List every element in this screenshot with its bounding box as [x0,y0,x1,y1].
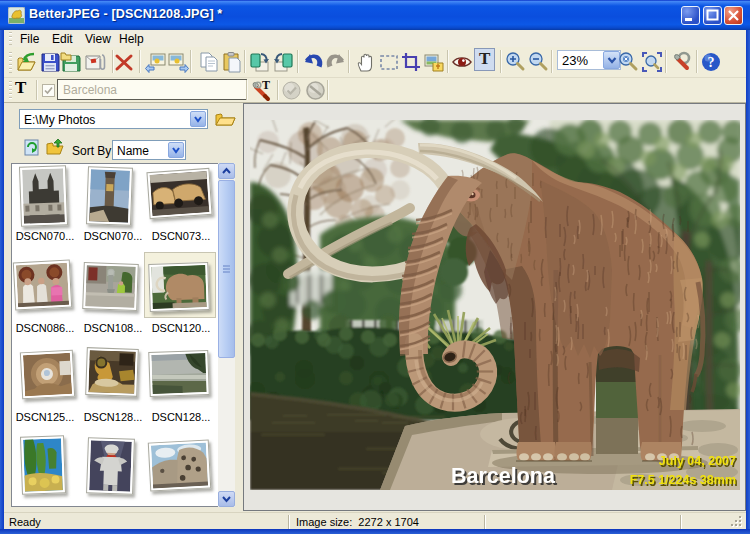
svg-text:F7.5 1/224s 38mm: F7.5 1/224s 38mm [630,473,736,487]
svg-text:Barcelona: Barcelona [451,464,556,488]
svg-text:July 04, 2007: July 04, 2007 [659,454,736,468]
svg-text:?: ? [708,55,715,70]
svg-text:T: T [262,79,270,92]
